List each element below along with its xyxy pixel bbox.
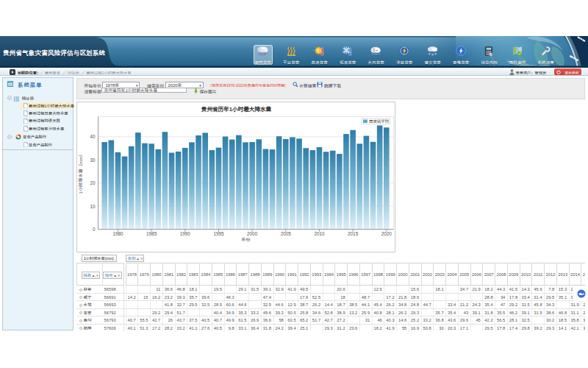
svg-text:2000: 2000 [246, 231, 257, 236]
svg-text:1985: 1985 [146, 231, 157, 236]
svg-text:2010: 2010 [314, 231, 325, 236]
svg-text:2015: 2015 [347, 231, 358, 236]
svg-text:1小时降水量（mm）: 1小时降水量（mm） [78, 152, 83, 194]
svg-text:年份: 年份 [241, 237, 251, 242]
svg-text:10: 10 [90, 203, 96, 208]
svg-text:40: 40 [90, 134, 96, 139]
svg-text:2020: 2020 [381, 231, 392, 236]
svg-text:1990: 1990 [179, 231, 190, 236]
svg-text:1980: 1980 [112, 231, 123, 236]
svg-text:1995: 1995 [213, 231, 224, 236]
svg-text:20: 20 [90, 180, 96, 185]
svg-text:国家站平均: 国家站平均 [369, 118, 390, 123]
svg-text:2005: 2005 [280, 231, 291, 236]
svg-text:30: 30 [90, 157, 96, 162]
svg-text:0: 0 [92, 227, 95, 232]
